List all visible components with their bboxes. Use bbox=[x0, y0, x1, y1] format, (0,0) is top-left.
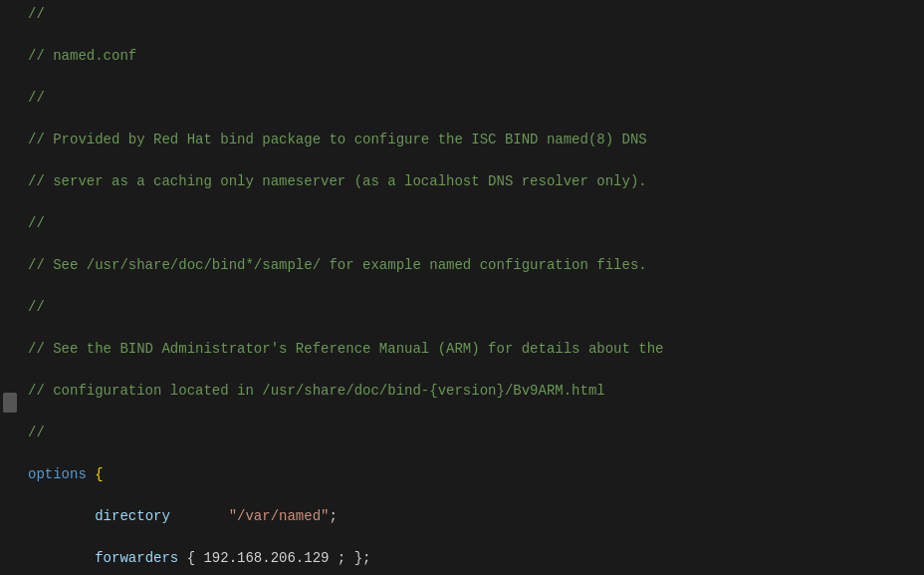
line: directory "/var/named"; bbox=[28, 506, 924, 527]
line: // bbox=[28, 213, 924, 234]
line: // See the BIND Administrator's Referenc… bbox=[28, 339, 924, 360]
editor-content[interactable]: // // named.conf // // Provided by Red H… bbox=[20, 4, 924, 571]
line: // Provided by Red Hat bind package to c… bbox=[28, 130, 924, 150]
line: // See /usr/share/doc/bind*/sample/ for … bbox=[28, 255, 924, 276]
line: options { bbox=[28, 464, 924, 485]
line: // configuration located in /usr/share/d… bbox=[28, 381, 924, 402]
line: // bbox=[28, 297, 924, 318]
line: // bbox=[28, 88, 924, 109]
line: // bbox=[28, 4, 924, 25]
line: // named.conf bbox=[28, 46, 924, 67]
line: // bbox=[28, 423, 924, 443]
line: // server as a caching only nameserver (… bbox=[28, 171, 924, 192]
code-editor: // // named.conf // // Provided by Red H… bbox=[0, 0, 924, 575]
editor-gutter bbox=[0, 4, 20, 571]
line: forwarders { 192.168.206.129 ; }; bbox=[28, 548, 924, 569]
gutter-marker bbox=[3, 393, 17, 413]
